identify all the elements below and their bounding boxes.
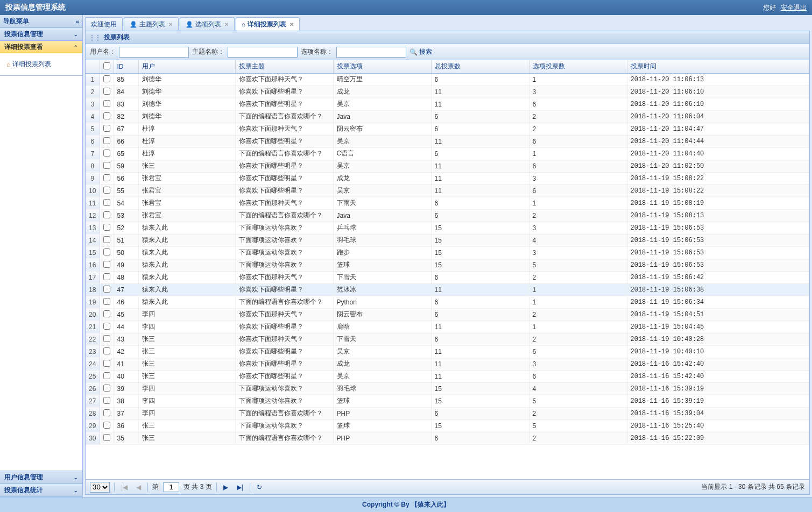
table-row[interactable]: 2342张三你喜欢下面哪些明星？吴京1162018-11-19 10:40:10 — [86, 345, 809, 358]
row-checkbox[interactable] — [100, 234, 114, 246]
cell-id: 82 — [114, 110, 138, 123]
row-checkbox[interactable] — [100, 419, 114, 432]
row-checkbox[interactable] — [100, 358, 114, 370]
row-checkbox[interactable] — [100, 395, 114, 407]
row-checkbox[interactable] — [100, 222, 114, 234]
row-checkbox[interactable] — [100, 135, 114, 147]
close-icon[interactable]: ✕ — [168, 22, 173, 27]
search-button[interactable]: 🔍 搜索 — [409, 47, 432, 56]
table-row[interactable]: 2441张三你喜欢下面哪些明星？成龙1132018-11-16 15:42:40 — [86, 358, 809, 370]
table-row[interactable]: 482刘德华下面的编程语言你喜欢哪个？Java622018-11-20 11:0… — [86, 110, 809, 123]
close-icon[interactable]: ✕ — [290, 22, 294, 27]
row-checkbox[interactable] — [100, 296, 114, 308]
row-checkbox[interactable] — [100, 333, 114, 345]
table-row[interactable]: 1649猿来入此下面哪项运动你喜欢？篮球1552018-11-19 15:06:… — [86, 259, 809, 271]
last-page-button[interactable]: ▶| — [235, 483, 245, 491]
table-row[interactable]: 1253张君宝下面的编程语言你喜欢哪个？Java622018-11-19 15:… — [86, 209, 809, 222]
row-checkbox[interactable] — [100, 283, 114, 296]
col-header[interactable]: 用户 — [138, 60, 235, 73]
table-row[interactable]: 185刘德华你喜欢下面那种天气？晴空万里612018-11-20 11:06:1… — [86, 73, 809, 86]
table-row[interactable]: 1154张君宝你喜欢下面那种天气？下雨天612018-11-19 15:08:1… — [86, 197, 809, 209]
table-row[interactable]: 956张君宝你喜欢下面哪些明星？成龙1132018-11-19 15:08:22 — [86, 172, 809, 184]
user-input[interactable] — [119, 47, 189, 58]
table-row[interactable]: 765杜淳下面的编程语言你喜欢哪个？C语言612018-11-20 11:04:… — [86, 147, 809, 160]
row-checkbox[interactable] — [100, 197, 114, 209]
close-icon[interactable]: ✕ — [224, 22, 229, 27]
row-checkbox[interactable] — [100, 98, 114, 110]
table-row[interactable]: 1550猿来入此下面哪项运动你喜欢？跑步1532018-11-19 15:06:… — [86, 246, 809, 259]
col-header[interactable]: 投票主题 — [235, 60, 333, 73]
col-header[interactable]: ID — [114, 60, 138, 73]
row-checkbox[interactable] — [100, 123, 114, 135]
row-checkbox[interactable] — [100, 407, 114, 419]
tab-主题列表[interactable]: 👤主题列表✕ — [124, 17, 179, 31]
table-row[interactable]: 666杜淳你喜欢下面哪些明星？吴京1162018-11-20 11:04:44 — [86, 135, 809, 147]
table-row[interactable]: 2144李四你喜欢下面哪些明星？鹿晗1112018-11-19 15:04:45 — [86, 321, 809, 333]
cell-total: 11 — [431, 345, 529, 358]
logout-link[interactable]: 安全退出 — [781, 4, 807, 11]
cell-option: 成龙 — [333, 358, 431, 370]
col-header[interactable]: 投票时间 — [627, 60, 809, 73]
table-row[interactable]: 2738李四下面哪项运动你喜欢？篮球1552018-11-16 15:39:19 — [86, 395, 809, 407]
tree-item-detail-vote-list[interactable]: ⌂ 详细投票列表 — [4, 58, 78, 71]
row-checkbox[interactable] — [100, 86, 114, 98]
table-row[interactable]: 2837李四下面的编程语言你喜欢哪个？PHP622018-11-16 15:39… — [86, 407, 809, 419]
tab-欢迎使用[interactable]: 欢迎使用 — [85, 17, 123, 31]
cell-option: 吴京 — [333, 184, 431, 197]
col-checkbox[interactable] — [100, 60, 114, 73]
table-row[interactable]: 1748猿来入此你喜欢下面那种天气？下雪天622018-11-19 15:06:… — [86, 271, 809, 283]
tab-详细投票列表[interactable]: ⌂详细投票列表✕ — [236, 17, 300, 31]
row-checkbox[interactable] — [100, 308, 114, 321]
accordion-vote-manage[interactable]: 投票信息管理 ⌄ — [0, 28, 82, 40]
table-row[interactable]: 2045李四你喜欢下面那种天气？阴云密布622018-11-19 15:04:5… — [86, 308, 809, 321]
first-page-button[interactable]: |◀ — [119, 483, 130, 491]
accordion-vote-stats[interactable]: 投票信息统计 ⌄ — [0, 484, 82, 496]
row-checkbox[interactable] — [100, 172, 114, 184]
row-checkbox[interactable] — [100, 432, 114, 444]
cell-id: 49 — [114, 259, 138, 271]
refresh-button[interactable]: ↻ — [255, 483, 264, 491]
table-row[interactable]: 1352猿来入此下面哪项运动你喜欢？乒乓球1532018-11-19 15:06… — [86, 222, 809, 234]
accordion-user-manage[interactable]: 用户信息管理 ⌄ — [0, 471, 82, 483]
tab-选项列表[interactable]: 👤选项列表✕ — [180, 17, 235, 31]
table-row[interactable]: 1055张君宝你喜欢下面哪些明星？吴京1162018-11-19 15:08:2… — [86, 184, 809, 197]
row-checkbox[interactable] — [100, 321, 114, 333]
row-checkbox[interactable] — [100, 246, 114, 259]
collapse-icon[interactable]: « — [76, 18, 79, 25]
row-checkbox[interactable] — [100, 259, 114, 271]
next-page-button[interactable]: ▶ — [221, 483, 230, 491]
table-row[interactable]: 284刘德华你喜欢下面哪些明星？成龙1132018-11-20 11:06:10 — [86, 86, 809, 98]
row-checkbox[interactable] — [100, 73, 114, 86]
row-checkbox[interactable] — [100, 147, 114, 160]
table-row[interactable]: 2936张三下面哪项运动你喜欢？篮球1552018-11-16 15:25:40 — [86, 419, 809, 432]
table-row[interactable]: 2540张三你喜欢下面哪些明星？吴京1162018-11-16 15:42:40 — [86, 370, 809, 382]
table-row[interactable]: 383刘德华你喜欢下面哪些明星？吴京1162018-11-20 11:06:10 — [86, 98, 809, 110]
table-row[interactable]: 1946猿来入此下面的编程语言你喜欢哪个？Python612018-11-19 … — [86, 296, 809, 308]
row-checkbox[interactable] — [100, 271, 114, 283]
row-checkbox[interactable] — [100, 382, 114, 395]
page-input[interactable] — [163, 482, 179, 492]
row-checkbox[interactable] — [100, 160, 114, 172]
cell-user: 猿来入此 — [138, 259, 235, 271]
col-header[interactable]: 总投票数 — [431, 60, 529, 73]
topic-input[interactable] — [228, 47, 298, 58]
accordion-detail-view[interactable]: 详细投票查看 ⌃ — [0, 41, 82, 53]
table-row[interactable]: 1451猿来入此下面哪项运动你喜欢？羽毛球1542018-11-19 15:06… — [86, 234, 809, 246]
option-input[interactable] — [336, 47, 406, 58]
table-row[interactable]: 2639李四下面哪项运动你喜欢？羽毛球1542018-11-16 15:39:1… — [86, 382, 809, 395]
prev-page-button[interactable]: ◀ — [134, 483, 143, 491]
cell-total: 11 — [431, 321, 529, 333]
table-row[interactable]: 3035张三下面的编程语言你喜欢哪个？PHP622018-11-16 15:22… — [86, 432, 809, 444]
row-checkbox[interactable] — [100, 209, 114, 222]
page-size-select[interactable]: 30 — [90, 482, 110, 493]
table-row[interactable]: 2243张三你喜欢下面那种天气？下雪天622018-11-19 10:40:28 — [86, 333, 809, 345]
table-row[interactable]: 1847猿来入此你喜欢下面哪些明星？范冰冰1112018-11-19 15:06… — [86, 283, 809, 296]
col-header[interactable]: 选项投票数 — [529, 60, 627, 73]
row-checkbox[interactable] — [100, 370, 114, 382]
row-checkbox[interactable] — [100, 184, 114, 197]
table-row[interactable]: 567杜淳你喜欢下面那种天气？阴云密布622018-11-20 11:04:47 — [86, 123, 809, 135]
row-checkbox[interactable] — [100, 110, 114, 123]
row-checkbox[interactable] — [100, 345, 114, 358]
table-row[interactable]: 859张三你喜欢下面哪些明星？吴京1162018-11-20 11:02:50 — [86, 160, 809, 172]
col-header[interactable]: 投票选项 — [333, 60, 431, 73]
